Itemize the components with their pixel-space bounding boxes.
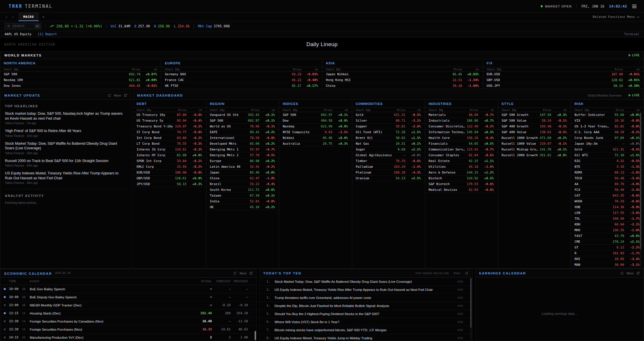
instrument-row[interactable]: UK 45.16 +0.2% bbox=[206, 204, 279, 210]
instrument-row[interactable]: Ishares HY Corp 81.08 +0.0% bbox=[133, 152, 206, 158]
top-news-row[interactable]: 1. Stock Market Today: Dow, S&P Waffle A… bbox=[259, 278, 473, 286]
calendar-event-row[interactable]: 13:30 CA Foreign Securities Purchases (N… bbox=[0, 325, 257, 334]
menu-icon[interactable] bbox=[632, 4, 637, 9]
news-headline[interactable]: Stock Market Today: Dow, S&P Waffle As B… bbox=[5, 141, 126, 155]
instrument-row[interactable]: WOOD 76.33 -0.6% bbox=[571, 199, 644, 204]
report-link[interactable]: [1] Report bbox=[38, 32, 57, 36]
instrument-row[interactable]: Australia 26.75 +0.3% bbox=[279, 141, 352, 147]
instrument-row[interactable]: TOL 146.56 -1.7% bbox=[571, 216, 644, 222]
instrument-row[interactable]: Japan 85.46 +0.0% bbox=[206, 170, 279, 176]
instrument-row[interactable]: ST Corp Bond 79.77 -0.0% bbox=[133, 129, 206, 135]
instrument-row[interactable]: BTE 3.33 -1.3% bbox=[571, 164, 644, 170]
calendar-event-row[interactable]: 13:30 CA Foreign Securities Purchases by… bbox=[0, 317, 257, 325]
external-link-icon[interactable] bbox=[124, 94, 127, 97]
calendar-event-row[interactable]: 10:00 GB BoE Gov Bailey Speech – – – bbox=[0, 285, 257, 293]
instrument-row[interactable]: Gold 421.31 -0.5% bbox=[352, 112, 425, 118]
instrument-row[interactable]: S&P 500 Growth 107.50 +0.3% bbox=[498, 112, 571, 118]
refresh-icon[interactable] bbox=[465, 272, 468, 275]
top-news-row[interactable]: 6. Where Will Vistra (VST) Stock Be in 1… bbox=[259, 318, 473, 326]
search-box[interactable]: ⌘K bbox=[5, 23, 41, 29]
instrument-row[interactable]: Oil WTI 72.18 +1.5% bbox=[571, 152, 644, 158]
instrument-row[interactable]: Vanguard US Stk 342.42 +0.1% bbox=[206, 112, 279, 118]
instrument-row[interactable]: NYSE Composite 9.63 -2.5% bbox=[279, 129, 352, 135]
calendar-event-row[interactable]: 13:15 CA Housing Starts (Dec) 282.40 260… bbox=[0, 309, 257, 317]
market-row[interactable]: GBP.USD 128.62 +0.01% bbox=[483, 77, 644, 83]
more-link[interactable]: More bbox=[240, 272, 247, 275]
instrument-row[interactable]: GT 9.12 -2.2% bbox=[571, 245, 644, 250]
instrument-row[interactable]: China 62.47 -1.8% bbox=[206, 176, 279, 181]
instrument-row[interactable]: REMX 89.13 -1.6% bbox=[571, 170, 644, 176]
instrument-row[interactable]: EAFE 99.42 +0.2% bbox=[206, 129, 279, 135]
instrument-row[interactable]: Japan 10y–3m – +0.0% bbox=[571, 141, 644, 147]
instrument-row[interactable]: Int Corp Bond 83.80 -0.2% bbox=[133, 135, 206, 141]
instrument-row[interactable]: Emerging Mkts 1 55.97 -0.7% bbox=[206, 147, 279, 152]
instrument-row[interactable]: Industrials 166.86 +0.7% bbox=[425, 118, 498, 124]
instrument-row[interactable]: South Korea 111.72 +0.6% bbox=[206, 187, 279, 193]
instrument-row[interactable]: S&P 500 692.97 +0.1% bbox=[279, 112, 352, 118]
scrollbar-thumb[interactable] bbox=[470, 278, 472, 328]
news-headline[interactable]: US Equity Indexes Muted, Treasury Yields… bbox=[5, 171, 126, 184]
instrument-row[interactable]: RIG 4.32 -0.5% bbox=[571, 158, 644, 164]
risk-column-scrollbar[interactable] bbox=[640, 111, 641, 267]
instrument-row[interactable]: International 78.59 -0.0% bbox=[206, 135, 279, 141]
instrument-row[interactable]: RHI 28.05 -3.4% bbox=[571, 256, 644, 262]
instrument-row[interactable]: Utilities 43.18 -1.0% bbox=[425, 164, 498, 170]
instrument-row[interactable]: Dow 494.58 +0.0% bbox=[279, 118, 352, 124]
instrument-row[interactable]: Brent Oil 30.02 +1.5% bbox=[352, 135, 425, 141]
instrument-row[interactable]: Developed Mkts 65.09 +0.2% bbox=[206, 141, 279, 147]
instrument-row[interactable]: LT Corp Bond 76.55 -0.3% bbox=[133, 141, 206, 147]
instrument-row[interactable]: Consumer Staples 81.84 -0.6% bbox=[425, 152, 498, 158]
related-functions-menu[interactable]: Related Functions Menu bbox=[593, 15, 639, 19]
refresh-icon[interactable] bbox=[620, 272, 624, 275]
calendar-event-row[interactable]: 10:00 GB BoE Deputy Gov Bailey Speech – … bbox=[0, 293, 257, 301]
instrument-row[interactable]: World ex US 76.66 -0.1% bbox=[206, 124, 279, 129]
instrument-row[interactable]: Ishares IG Corp 110.61 -0.2% bbox=[133, 147, 206, 152]
instrument-row[interactable]: CAT 643.35 -0.6% bbox=[571, 193, 644, 199]
instrument-row[interactable]: CME 278.24 +2.1% bbox=[571, 239, 644, 245]
instrument-row[interactable]: Russell 1000 Value 219.07 -0.1% bbox=[498, 141, 571, 147]
market-row[interactable]: France CAC 45.22 -0.40% bbox=[161, 77, 322, 83]
calendar-scrollbar-thumb[interactable] bbox=[255, 331, 256, 340]
instrument-row[interactable]: Nasdaq 621.99 +0.0% bbox=[279, 124, 352, 129]
market-row[interactable]: Japan Nikkei 85.45 +0.03% bbox=[322, 71, 483, 77]
top-news-row[interactable]: 8. US Equity Indexes Mixed, Treasury Yie… bbox=[259, 334, 473, 341]
instrument-row[interactable]: MHO 136.55 -1.8% bbox=[571, 227, 644, 233]
instrument-row[interactable]: India 52.81 -0.8% bbox=[206, 199, 279, 204]
instrument-row[interactable]: Health Care 156.26 -0.4% bbox=[425, 135, 498, 141]
instrument-row[interactable]: Global Agribusiness – +0.0% bbox=[352, 152, 425, 158]
instrument-row[interactable]: U.S. Corp AAA 48.20 -0.2% bbox=[571, 129, 644, 135]
instrument-row[interactable]: Medical Devices 62.03 -0.6% bbox=[425, 187, 498, 193]
instrument-row[interactable]: Russell 1000 Growth 471.69 +0.2% bbox=[498, 135, 571, 141]
instrument-row[interactable]: S&P 500 Value 58.24 -0.1% bbox=[498, 118, 571, 124]
instrument-row[interactable]: FCX 58.49 -2.4% bbox=[571, 187, 644, 193]
instrument-row[interactable]: Sugar 9.69 +2.2% bbox=[352, 147, 425, 152]
instrument-row[interactable]: Copper 35.81 -2.6% bbox=[352, 124, 425, 129]
news-headline[interactable]: 'High Priest' of S&P 500 to Retire After… bbox=[5, 129, 126, 137]
instrument-row[interactable]: EUR/USD 106.98 -0.0% bbox=[133, 170, 206, 176]
instrument-row[interactable]: S&P 500 692.97 +0.1% bbox=[206, 118, 279, 124]
calendar-event-row[interactable]: 14:15 US Manufacturing Production YoY (D… bbox=[0, 334, 257, 341]
instrument-row[interactable]: Russell 2000 Growth 351.02 +0.8% bbox=[498, 152, 571, 158]
market-row[interactable]: EUR.USD 107.00 -0.01% bbox=[483, 71, 644, 77]
instrument-row[interactable]: US Treasury 10y 87.80 -0.6% bbox=[133, 112, 206, 118]
top-news-row[interactable]: 7. Bitcoin mining stocks have outperform… bbox=[259, 326, 473, 334]
instrument-row[interactable]: S&P 400 Growth 103.48 -0.1% bbox=[498, 124, 571, 129]
instrument-row[interactable]: Taiwan 67.34 +0.1% bbox=[206, 193, 279, 199]
top-news-row[interactable]: 5. Should You Buy the 3 Highest-Paying D… bbox=[259, 310, 473, 318]
instrument-row[interactable]: JPY/USD 58.13 +0.3% bbox=[133, 181, 206, 187]
news-headline[interactable]: Russell 2000 on Track to Beat S&P 500 fo… bbox=[5, 159, 126, 167]
instrument-row[interactable]: Biotech 124.92 +0.5% bbox=[425, 176, 498, 181]
instrument-row[interactable]: SPDR Int Corp 33.84 -0.1% bbox=[133, 158, 206, 164]
instrument-row[interactable]: Platinum 209.18 -4.3% bbox=[352, 170, 425, 176]
instrument-row[interactable]: Timber 76.33 -0.6% bbox=[352, 158, 425, 164]
instrument-row[interactable]: Nikkei 85.46 +0.0% bbox=[279, 135, 352, 141]
instrument-row[interactable]: Materials 48.60 -0.7% bbox=[425, 112, 498, 118]
instrument-row[interactable]: KBH 60.94 -2.1% bbox=[571, 222, 644, 227]
instrument-row[interactable]: EMLC Corp 25.93 -0.2% bbox=[133, 164, 206, 170]
instrument-row[interactable]: Silver 80.71 -3.1% bbox=[352, 118, 425, 124]
instrument-row[interactable]: Russell Midcap Gro… 141.70 +0.1% bbox=[498, 147, 571, 152]
instrument-row[interactable]: Aero & Defense 244.15 +1.2% bbox=[425, 170, 498, 176]
top-news-row[interactable]: 3. Trump threatens tariffs over Greenlan… bbox=[259, 294, 473, 302]
scrollbar-thumb[interactable] bbox=[640, 113, 641, 249]
refresh-icon[interactable] bbox=[108, 94, 111, 97]
